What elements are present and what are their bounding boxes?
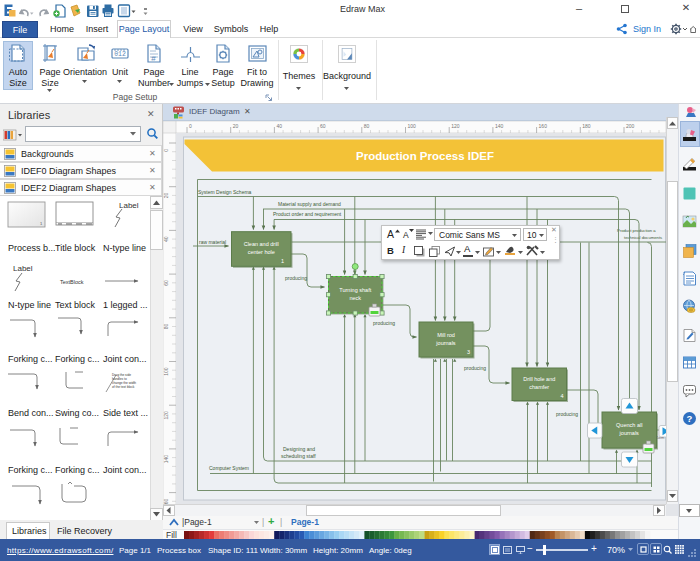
svg-text:160: 160 [539,123,548,129]
svg-text:120: 120 [163,411,169,420]
svg-text:140: 140 [163,455,169,464]
svg-text:Designing and: Designing and [283,446,315,452]
svg-text:Clean and drill: Clean and drill [244,241,279,247]
svg-text:Forking c...: Forking c... [8,354,53,364]
svg-text:20: 20 [163,192,169,198]
svg-text:Swing co...: Swing co... [55,408,99,418]
svg-text:180: 180 [582,123,591,129]
svg-text:80: 80 [364,123,370,129]
svg-text:producing: producing [556,411,578,417]
svg-text:Product production a: Product production a [617,228,656,233]
svg-text:Forking c...: Forking c... [8,465,53,475]
svg-text:journals: journals [435,340,456,346]
svg-text:3: 3 [467,349,470,355]
svg-text:Product order and requirement: Product order and requirement [273,211,342,217]
svg-text:80: 80 [163,324,169,330]
svg-text:Drill hole and: Drill hole and [523,376,555,382]
svg-text:Joint con...: Joint con... [103,465,147,475]
svg-text:60: 60 [163,280,169,286]
svg-text:Joint con...: Joint con... [103,354,147,364]
svg-text:Text block: Text block [55,300,96,310]
svg-text:Label: Label [13,264,33,273]
svg-text:Quench all: Quench all [616,422,642,428]
svg-text:scheduling staff: scheduling staff [281,453,316,459]
svg-text:producing: producing [285,275,307,281]
svg-text:raw material: raw material [199,239,226,245]
svg-text:1: 1 [281,258,284,264]
svg-text:0: 0 [163,149,169,152]
svg-text:4: 4 [561,393,564,399]
svg-text:N-type line: N-type line [103,243,146,253]
svg-text:Forking c...: Forking c... [55,465,100,475]
svg-text:Turning shaft: Turning shaft [339,287,371,293]
svg-text:center hole: center hole [248,249,275,255]
svg-text:TextBlock: TextBlock [60,279,84,285]
svg-text:neck: neck [349,295,361,301]
svg-text:140: 140 [495,123,504,129]
svg-text:0: 0 [189,123,192,129]
svg-text:journals: journals [619,430,640,436]
svg-text:N-type line: N-type line [8,300,51,310]
svg-text:Process b...: Process b... [8,243,56,253]
svg-text:200: 200 [626,123,635,129]
svg-text:Side text ...: Side text ... [103,408,148,418]
svg-text:Computer System: Computer System [209,465,249,471]
svg-text:100: 100 [408,123,417,129]
svg-text:?: ? [687,413,693,424]
svg-text:Bend con...: Bend con... [8,408,54,418]
svg-text:Material supply and demand: Material supply and demand [278,201,341,207]
svg-text:Mill rod: Mill rod [437,332,455,338]
svg-text:40: 40 [276,123,282,129]
svg-text:Label: Label [119,201,139,210]
svg-text:Title block: Title block [55,243,96,253]
svg-text:5em: 5em [657,435,665,440]
svg-text:producing: producing [464,365,486,371]
svg-text:of the text block: of the text block [112,385,135,389]
svg-text:Forking c...: Forking c... [55,354,100,364]
svg-text:System Design Schema: System Design Schema [198,189,252,195]
svg-text:chamfer: chamfer [529,384,549,390]
svg-text:012: 012 [114,51,126,58]
svg-text:100: 100 [163,367,169,376]
svg-text:40: 40 [163,236,169,242]
svg-text:Production Process IDEF: Production Process IDEF [356,150,494,162]
svg-text:1 legged ...: 1 legged ... [103,300,148,310]
svg-text:20: 20 [233,123,239,129]
svg-text:120: 120 [451,123,460,129]
svg-text:#: # [151,54,156,63]
svg-text:producing: producing [373,320,395,326]
svg-text:60: 60 [320,123,326,129]
